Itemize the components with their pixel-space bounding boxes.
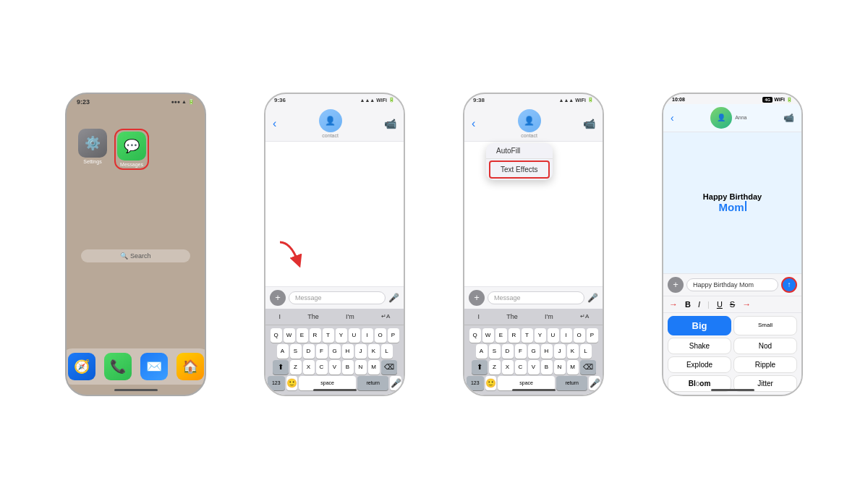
phone4-add-button[interactable]: +: [668, 277, 684, 293]
numbers-key[interactable]: 123: [268, 376, 285, 390]
phone1-signal: ●●● ▲ 🔋: [171, 99, 195, 105]
strikethrough-button[interactable]: S: [730, 300, 735, 309]
shake-animation-button[interactable]: Shake: [668, 338, 731, 354]
phone4-message-input[interactable]: Happy Birthday Mom: [686, 278, 778, 291]
key-n[interactable]: N: [355, 360, 367, 374]
key-m[interactable]: M: [368, 360, 380, 374]
key-d[interactable]: D: [303, 344, 315, 359]
kb-row-asdf: A S D F G H J K L: [268, 344, 401, 359]
phone4-video-icon[interactable]: 📹: [783, 113, 794, 123]
formatting-toolbar: → B I | U S →: [663, 296, 801, 313]
key-c[interactable]: C: [316, 360, 328, 374]
key-s[interactable]: S: [290, 344, 302, 359]
phone3-contact-avatar: 👤: [518, 109, 541, 132]
phone2-signal: ▲▲▲ WiFi 🔋: [359, 97, 395, 103]
space-key[interactable]: space: [299, 376, 356, 390]
phone2-header: ‹ 👤 contact 📹: [265, 105, 404, 142]
mail-dock-icon[interactable]: ✉️: [140, 353, 168, 380]
phone3-home-indicator: [512, 389, 556, 391]
phone4-back-button[interactable]: ‹: [671, 112, 674, 124]
key-f[interactable]: F: [316, 344, 328, 359]
key-r[interactable]: R: [310, 328, 321, 343]
phone4-contact-name: Anna: [735, 115, 746, 120]
key-p[interactable]: P: [388, 328, 399, 343]
phone1-frame: 9:23 ●●● ▲ 🔋 ⚙️ Settings 💬 Messages: [65, 93, 206, 396]
phone2-keyboard[interactable]: Q W E R T Y U I O P A S D F G H J K L: [265, 325, 404, 395]
emoji-key[interactable]: 🙂: [286, 376, 298, 390]
key-y[interactable]: Y: [336, 328, 347, 343]
phone3-kb-row-qwerty: Q W E R T Y U I O P: [467, 328, 600, 343]
key-v[interactable]: V: [329, 360, 341, 374]
phone4-message-area: Happy Birthday Mom: [663, 132, 801, 273]
key-i[interactable]: I: [362, 328, 373, 343]
key-j[interactable]: J: [355, 344, 367, 359]
messages-icon[interactable]: 💬: [117, 132, 146, 160]
phone1-search-bar[interactable]: 🔍 Search: [81, 249, 190, 262]
autofill-option[interactable]: AutoFill: [486, 143, 553, 159]
phone4-frame: 10:08 4G WiFi 🔋 ‹ 👤 Anna 📹 Happy Birthda…: [662, 93, 803, 396]
send-button-highlighted[interactable]: ↑: [781, 277, 797, 293]
text-effects-popup: AutoFill Text Effects: [486, 143, 553, 180]
back-button[interactable]: ‹: [273, 117, 276, 130]
phone1-dock: 🧭 📞 ✉️ 🏠: [65, 348, 206, 385]
phone3-keyboard[interactable]: Q W E R T Y U I O P A S D F G H J K L: [464, 325, 603, 395]
home-dock-icon[interactable]: 🏠: [176, 353, 204, 380]
key-t[interactable]: T: [323, 328, 334, 343]
phone4-time: 10:08: [672, 97, 685, 103]
delete-key[interactable]: ⌫: [381, 360, 397, 374]
message-input[interactable]: Message: [289, 291, 386, 304]
key-e[interactable]: E: [297, 328, 308, 343]
video-call-icon[interactable]: 📹: [384, 118, 396, 129]
underline-button[interactable]: U: [717, 300, 723, 309]
autofill-label: AutoFill: [496, 147, 520, 155]
key-o[interactable]: O: [375, 328, 386, 343]
key-z[interactable]: Z: [290, 360, 302, 374]
phone4-header: ‹ 👤 Anna 📹: [663, 104, 801, 132]
phone3-autocomplete: I The I'm ↵A: [464, 309, 603, 325]
phone3-status-bar: 9:38 ▲▲▲ WiFi 🔋: [464, 94, 603, 105]
phone2-autocomplete: I The I'm ↵A: [265, 309, 404, 325]
key-b[interactable]: B: [342, 360, 354, 374]
phone4-input-row: + Happy Birthday Mom ↑: [663, 273, 801, 296]
key-a[interactable]: A: [277, 344, 289, 359]
phone-dock-icon[interactable]: 📞: [104, 353, 132, 380]
phone3-mic-icon[interactable]: 🎤: [587, 293, 598, 303]
key-h[interactable]: H: [342, 344, 354, 359]
phone2-input-row: + Message 🎤: [265, 286, 404, 309]
kb-row-zxcv: ⬆ Z X C V B N M ⌫: [268, 360, 401, 374]
mic-icon[interactable]: 🎤: [388, 293, 399, 303]
phone3-add-button[interactable]: +: [469, 290, 485, 306]
messages-app-highlighted[interactable]: 💬 Messages: [114, 129, 149, 170]
ripple-animation-button[interactable]: Ripple: [733, 356, 797, 373]
key-q[interactable]: Q: [271, 328, 282, 343]
bold-button[interactable]: B: [685, 300, 691, 309]
italic-button[interactable]: I: [698, 300, 700, 309]
key-x[interactable]: X: [303, 360, 315, 374]
key-l[interactable]: L: [381, 344, 393, 359]
nod-animation-button[interactable]: Nod: [733, 338, 797, 354]
phone3-back-button[interactable]: ‹: [472, 117, 475, 130]
return-key[interactable]: return: [357, 376, 388, 390]
key-g[interactable]: G: [329, 344, 341, 359]
add-attachment-button[interactable]: +: [270, 290, 286, 306]
shift-key[interactable]: ⬆: [273, 360, 289, 374]
phone3-video-icon[interactable]: 📹: [583, 118, 595, 129]
animation-buttons-grid: Big Small Shake Nod Explode Ripple Bloom: [663, 313, 801, 395]
settings-app[interactable]: ⚙️ Settings: [78, 129, 107, 170]
phone2-home-indicator: [313, 389, 357, 391]
text-effects-option[interactable]: Text Effects: [489, 160, 550, 179]
phone3-message-input[interactable]: Message: [488, 291, 584, 304]
keyboard-mic[interactable]: 🎤: [390, 376, 401, 390]
red-arrow-indicator: [276, 239, 312, 270]
phone1-status-bar: 9:23 ●●● ▲ 🔋: [67, 94, 205, 107]
big-animation-button[interactable]: Big: [668, 316, 731, 335]
explode-animation-button[interactable]: Explode: [668, 356, 731, 373]
small-animation-button[interactable]: Small: [733, 316, 797, 335]
phone4-status-bar: 10:08 4G WiFi 🔋: [663, 94, 801, 104]
safari-dock-icon[interactable]: 🧭: [68, 353, 95, 380]
key-k[interactable]: K: [368, 344, 380, 359]
key-u[interactable]: U: [349, 328, 360, 343]
settings-icon[interactable]: ⚙️: [78, 129, 107, 158]
contact-avatar: 👤: [319, 109, 342, 132]
key-w[interactable]: W: [284, 328, 295, 343]
